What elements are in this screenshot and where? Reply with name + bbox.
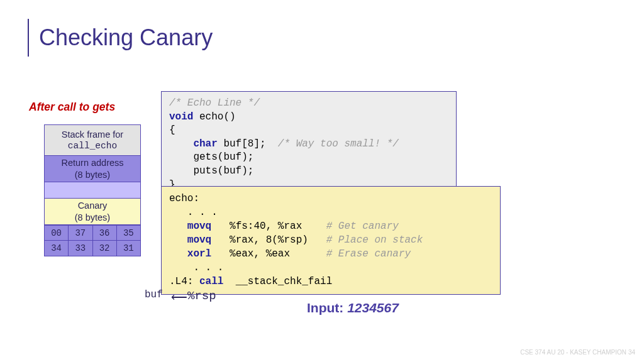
keyword: call xyxy=(199,276,223,287)
label: Return address xyxy=(61,157,123,168)
keyword: movq xyxy=(187,221,211,232)
label-sub: (8 bytes) xyxy=(75,212,110,223)
comment: /* Echo Line */ xyxy=(169,97,260,109)
buf-row-2: 34 33 32 31 xyxy=(44,241,141,256)
comment: # Place on stack xyxy=(326,234,423,246)
text xyxy=(169,138,193,150)
byte: 36 xyxy=(93,225,117,241)
text: %fs:40, %rax xyxy=(211,221,326,232)
page-number: 34 xyxy=(628,349,635,356)
text: . . . xyxy=(169,207,218,218)
stack-gap xyxy=(44,182,141,199)
byte: 00 xyxy=(44,225,69,241)
keyword: movq xyxy=(187,234,211,246)
keyword: void xyxy=(169,111,193,123)
label: Canary xyxy=(78,200,108,211)
label-sub: (8 bytes) xyxy=(75,169,110,180)
text: gets(buf); xyxy=(169,151,253,163)
text: puts(buf); xyxy=(169,165,253,177)
stack-canary: Canary (8 bytes) xyxy=(44,199,141,225)
text: %eax, %eax xyxy=(211,248,326,260)
keyword: char xyxy=(193,138,217,150)
input-label: Input: xyxy=(307,300,347,315)
buf-label: buf xyxy=(145,289,163,300)
byte: 31 xyxy=(117,241,141,256)
byte: 37 xyxy=(69,225,92,241)
text: echo: xyxy=(169,193,199,204)
slide-title: Checking Canary xyxy=(39,25,213,51)
stack-frame-callecho: Stack frame for call_echo xyxy=(44,124,141,156)
input-value: 1234567 xyxy=(347,300,399,315)
text: buf[8]; xyxy=(218,138,278,150)
text: { xyxy=(169,124,175,136)
label-sub: call_echo xyxy=(68,140,117,151)
text xyxy=(169,234,187,246)
text: echo() xyxy=(193,111,235,123)
byte: 33 xyxy=(69,241,92,256)
buf-row-1: 00 37 36 35 xyxy=(44,225,141,241)
stack-diagram: Stack frame for call_echo Return address… xyxy=(44,124,141,256)
comment: # Get canary xyxy=(326,221,399,232)
code-block-c: /* Echo Line */ void echo() { char buf[8… xyxy=(161,91,457,197)
input-caption: Input: 1234567 xyxy=(307,300,399,315)
comment: # Erase canary xyxy=(326,248,411,260)
stack-return-address: Return address (8 bytes) xyxy=(44,156,141,182)
text: __stack_chk_fail xyxy=(223,276,332,287)
keyword: xorl xyxy=(187,248,211,260)
byte: 32 xyxy=(93,241,117,256)
text: . . . xyxy=(169,262,223,273)
byte: 34 xyxy=(44,241,69,256)
code-block-asm: echo: . . . movq %fs:40, %rax # Get cana… xyxy=(161,186,501,295)
footer-text: CSE 374 AU 20 - KASEY CHAMPION xyxy=(520,349,626,356)
byte: 35 xyxy=(117,225,141,241)
comment: /* Way too small! */ xyxy=(278,138,399,150)
arrow-left-icon: ⟵ xyxy=(171,290,187,304)
rsp-label: %rsp xyxy=(187,289,216,303)
text xyxy=(169,221,187,232)
label: Stack frame for xyxy=(62,129,123,140)
title-bar: Checking Canary xyxy=(28,19,213,57)
subtitle: After call to gets xyxy=(29,101,115,114)
text: %rax, 8(%rsp) xyxy=(211,234,326,246)
text xyxy=(169,248,187,260)
text: .L4: xyxy=(169,276,199,287)
